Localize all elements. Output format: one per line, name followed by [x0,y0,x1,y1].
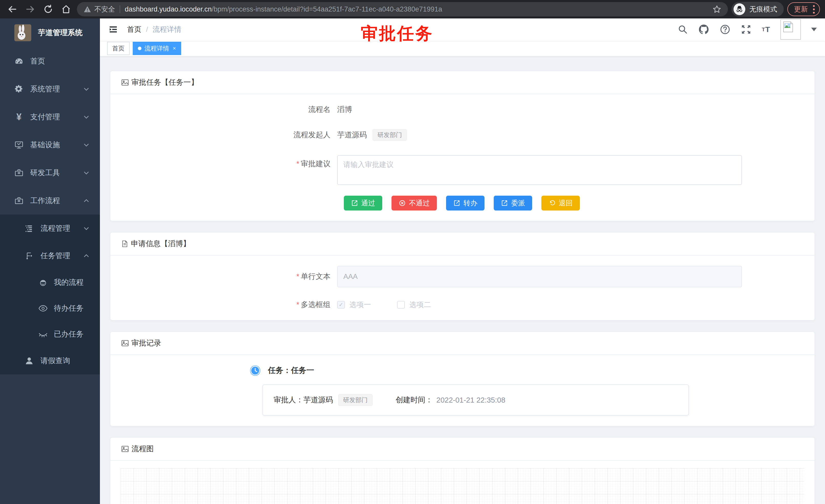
tab-label: 首页 [112,44,125,53]
sidebar-item-process-mgmt[interactable]: 流程管理 [0,215,100,242]
face-icon [39,278,48,287]
screen: 不安全 dashboard.yudao.iocoder.cn /bpm/proc… [0,0,825,504]
navbar-tools: TT [678,19,817,40]
breadcrumb-separator: / [146,25,148,33]
sidebar-item-leave-query[interactable]: 请假查询 [0,347,100,374]
gear-icon [14,85,23,93]
chevron-down-icon [83,142,90,148]
address-bar[interactable]: 不安全 dashboard.yudao.iocoder.cn /bpm/proc… [77,2,728,16]
sidebar-item-infrastructure[interactable]: 基础设施 [0,131,100,159]
incognito-label: 无痕模式 [749,5,777,14]
sidebar-item-label: 已办任务 [54,329,83,339]
checkbox-unchecked-icon [397,301,405,309]
card-header: 申请信息【滔博】 [110,233,815,256]
checkbox-option-1[interactable]: ✓ 选项一 [337,300,371,310]
github-icon[interactable] [698,24,709,35]
approve-button[interactable]: 通过 [344,196,382,211]
url-domain: dashboard.yudao.iocoder.cn [125,5,212,13]
sidebar-logo-row[interactable]: 芋道管理系统 [0,18,100,47]
chevron-down-icon [83,86,90,92]
apply-info-card: 申请信息【滔博】 *单行文本 *多选框组 ✓ 选项一 [110,232,815,320]
main-area: 首页 / 流程详情 T [100,18,825,504]
workflow-submenu: 流程管理 任务管理 我的流程 [0,215,100,374]
tree-icon [24,252,34,260]
tags-view: 首页 流程详情 × [100,41,825,57]
sidebar-item-done-tasks[interactable]: 已办任务 [0,321,100,347]
chevron-down-icon [83,225,90,232]
card-title: 流程图 [132,444,154,454]
sidebar-item-home[interactable]: 首页 [0,47,100,75]
sidebar-item-system[interactable]: 系统管理 [0,75,100,103]
transfer-button[interactable]: 转办 [446,196,484,211]
reject-button[interactable]: 不通过 [391,196,437,211]
checkbox-option-2[interactable]: 选项二 [397,300,431,310]
sidebar-collapse-icon[interactable] [108,24,119,34]
approver-label: 审批人： [274,395,303,405]
avatar-dropdown-icon[interactable] [811,28,817,31]
sidebar-item-devtools[interactable]: 研发工具 [0,159,100,187]
approver-value: 芋道源码 [303,395,333,405]
sidebar-item-todo-tasks[interactable]: 待办任务 [0,295,100,321]
page-content: 审批任务【任务一】 流程名 滔博 流程发起人 芋道源码 研发部门 [100,57,825,504]
sidebar-item-payment[interactable]: ¥ 支付管理 [0,103,100,131]
card-header: 流程图 [110,438,815,461]
security-label: 不安全 [94,5,115,14]
sidebar: 芋道管理系统 首页 系统管理 ¥ 支付管理 [0,18,100,504]
tab-label: 流程详情 [145,44,169,53]
sidebar-item-workflow[interactable]: 工作流程 [0,187,100,215]
search-icon[interactable] [678,24,688,34]
initiator-value: 芋道源码 [337,130,367,140]
browser-back-button[interactable] [5,2,19,16]
bpmn-diagram-canvas[interactable] [121,469,804,504]
toolbox-icon [14,196,23,205]
approval-records-card: 审批记录 任务：任务一 审批人： 芋道 [110,332,815,426]
sidebar-item-label: 任务管理 [41,251,70,261]
tab-home[interactable]: 首页 [107,42,130,55]
single-text-label: *单行文本 [121,271,337,282]
help-icon[interactable] [720,24,731,35]
delegate-button[interactable]: 委派 [494,196,532,211]
checkbox-group-label: *多选框组 [121,300,337,310]
annotation-overlay: 审批任务 [361,22,434,45]
sidebar-item-label: 研发工具 [30,168,60,178]
picture-icon [121,79,129,86]
browser-home-button[interactable] [59,2,73,16]
advice-textarea[interactable] [337,155,742,185]
card-header: 审批记录 [110,332,815,355]
font-size-icon[interactable]: TT [762,25,770,34]
fullscreen-icon[interactable] [741,24,751,35]
initiator-label: 流程发起人 [121,130,337,140]
chevron-up-icon [83,253,90,259]
picture-icon [121,339,129,347]
tab-close-icon[interactable]: × [173,45,176,52]
avatar[interactable] [780,19,801,40]
sidebar-item-my-process[interactable]: 我的流程 [0,269,100,295]
breadcrumb-current: 流程详情 [153,24,181,34]
document-icon [121,240,128,247]
tab-process-detail[interactable]: 流程详情 × [133,42,181,55]
app-title: 芋道管理系统 [38,28,82,38]
process-diagram-card: 流程图 [110,437,815,504]
chevron-down-icon [83,114,90,120]
clock-icon [250,365,260,376]
browser-forward-button[interactable] [23,2,38,16]
sidebar-item-label: 待办任务 [54,303,83,314]
browser-update-button[interactable]: 更新 [788,2,820,16]
process-name-value: 滔博 [337,104,352,115]
chevron-down-icon [83,170,90,176]
sidebar-item-label: 支付管理 [30,112,60,122]
bookmark-star-icon[interactable] [712,5,721,14]
sidebar-item-label: 我的流程 [54,277,83,287]
tab-active-dot [138,47,141,50]
single-text-input[interactable] [337,266,742,287]
sidebar-item-task-mgmt[interactable]: 任务管理 [0,242,100,269]
eye-closed-icon [39,330,48,339]
breadcrumb-home[interactable]: 首页 [127,24,141,34]
return-button[interactable]: 退回 [541,196,580,211]
created-label: 创建时间： [395,395,433,405]
list-icon [24,224,34,233]
initiator-dept-tag: 研发部门 [373,129,407,141]
browser-chrome: 不安全 dashboard.yudao.iocoder.cn /bpm/proc… [0,0,825,18]
browser-menu-icon[interactable] [813,5,815,14]
browser-reload-button[interactable] [41,2,55,16]
